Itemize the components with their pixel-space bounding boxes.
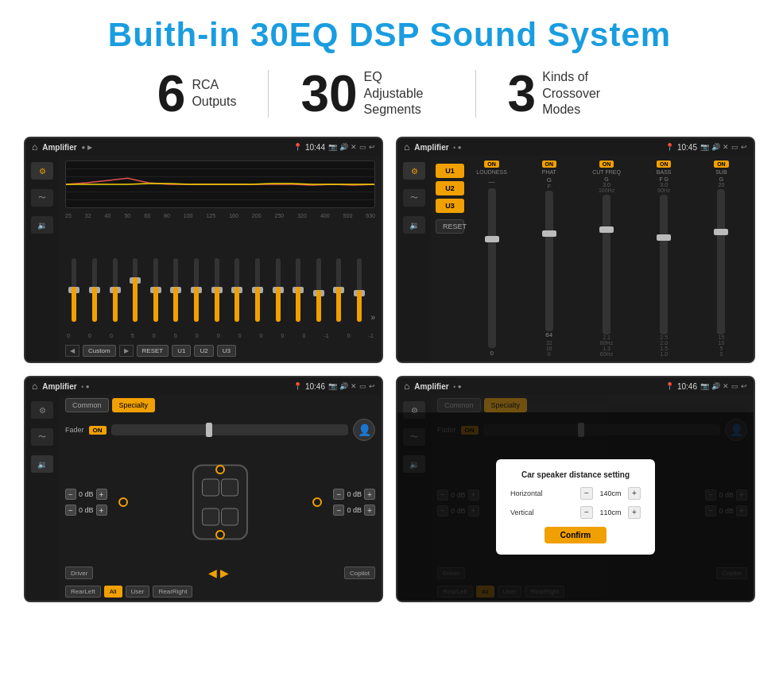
dialog-vertical-controls: − 110cm + (580, 506, 641, 519)
sub-slider[interactable] (717, 189, 725, 335)
screen-dialog-topbar: ⌂ Amplifier ▪ ● 📍 10:46 📷 🔊 ✕ ▭ ↩ (397, 377, 754, 395)
u3-button[interactable]: U3 (436, 199, 464, 213)
loudness-on[interactable]: ON (484, 160, 499, 168)
eq-play-btn[interactable]: ▶ (119, 345, 134, 357)
bass-on[interactable]: ON (657, 160, 672, 168)
dialog-vertical-minus[interactable]: − (580, 506, 593, 519)
eq-sidebar-speaker[interactable]: 🔉 (31, 216, 53, 234)
fader-slider[interactable] (111, 424, 348, 435)
eq-back-btn[interactable]: ◀ (65, 345, 79, 357)
loudness-slider[interactable] (488, 188, 496, 348)
main-title: Buith-in 30EQ DSP Sound System (24, 16, 755, 54)
eq-sidebar-wave[interactable]: 〜 (31, 189, 53, 207)
dialog-horizontal-plus[interactable]: + (628, 487, 641, 500)
crossover-sidebar-tune[interactable]: ⚙ (403, 162, 425, 180)
all-btn[interactable]: All (104, 586, 122, 598)
cutfreq-label: CUT FREQ (592, 169, 621, 175)
db-plus-fr[interactable]: + (364, 489, 375, 500)
rearright-btn[interactable]: RearRight (153, 586, 192, 598)
cutfreq-slider[interactable] (603, 195, 610, 335)
dialog-row-horizontal: Horizontal − 140cm + (510, 487, 641, 500)
eq-slider-1 (65, 258, 83, 322)
db-value-rl: 0 dB (79, 506, 94, 514)
phat-slider-g[interactable] (545, 191, 553, 331)
screen-eq-topbar: ⌂ Amplifier ● ▶ 📍 10:44 📷 🔊 ✕ ▭ ↩ (25, 138, 382, 156)
location-icon-2: 📍 (665, 143, 674, 151)
cutfreq-on[interactable]: ON (599, 160, 614, 168)
volume-icon: 🔊 (339, 143, 348, 151)
camera-icon-2: 📷 (700, 143, 709, 151)
db-plus-rl[interactable]: + (96, 505, 107, 516)
db-minus-fl[interactable]: − (65, 489, 76, 500)
phat-on[interactable]: ON (542, 160, 557, 168)
screen-crossover-content: ⚙ 〜 🔉 U1 U2 U3 RESET ON LO (397, 156, 754, 362)
tab-common[interactable]: Common (65, 398, 109, 412)
db-minus-rl[interactable]: − (65, 505, 76, 516)
rearleft-btn[interactable]: RearLeft (65, 586, 101, 598)
car-diagram (112, 458, 329, 546)
fader-on-toggle[interactable]: ON (89, 426, 107, 435)
bass-label: BASS (657, 169, 672, 175)
eq-u3-btn[interactable]: U3 (217, 345, 236, 357)
eq-slider-9 (228, 258, 246, 322)
eq-u2-btn[interactable]: U2 (194, 345, 213, 357)
stat-eq-label: EQ AdjustableSegments (364, 69, 444, 118)
sub-label: SUB (715, 169, 727, 175)
eq-slider-4 (126, 258, 145, 322)
screen-crossover-topbar: ⌂ Amplifier ▪ ● 📍 10:45 📷 🔊 ✕ ▭ ↩ (397, 138, 754, 156)
bottom-labels-row2: RearLeft All User RearRight (65, 586, 375, 598)
fader-sidebar-tune[interactable]: ⚙ (31, 401, 53, 419)
dialog-horizontal-controls: − 140cm + (580, 487, 641, 500)
sub-on[interactable]: ON (714, 160, 729, 168)
screen-eq: ⌂ Amplifier ● ▶ 📍 10:44 📷 🔊 ✕ ▭ ↩ (24, 137, 383, 363)
speaker-bottom (215, 530, 225, 540)
stat-rca-number: 6 (157, 68, 186, 119)
fader-label: Fader (65, 426, 84, 434)
speaker-left (118, 497, 128, 507)
x-icon-4: ✕ (723, 382, 729, 390)
speaker-left-controls: − 0 dB + − 0 dB + (65, 489, 107, 516)
driver-btn[interactable]: Driver (65, 567, 93, 579)
fader-sidebar-speaker[interactable]: 🔉 (31, 455, 53, 473)
forward-icon[interactable]: » (370, 313, 375, 322)
eq-u1-btn[interactable]: U1 (172, 345, 191, 357)
bass-slider[interactable] (660, 195, 668, 335)
crossover-sidebar-wave[interactable]: 〜 (403, 189, 425, 207)
fader-sidebar-wave[interactable]: 〜 (31, 428, 53, 446)
eq-slider-14 (330, 258, 348, 322)
person-icon: 👤 (353, 419, 375, 441)
stat-crossover-number: 3 (508, 68, 537, 119)
confirm-button[interactable]: Confirm (545, 527, 607, 543)
db-minus-fr[interactable]: − (333, 489, 344, 500)
x-icon-2: ✕ (723, 143, 729, 151)
channel-cutfreq: ON CUT FREQ G 3.0 100Hz 2.1 80Hz 1.3 60H… (579, 160, 634, 357)
u2-button[interactable]: U2 (436, 181, 464, 195)
user-btn[interactable]: User (126, 586, 150, 598)
crossover-reset-btn[interactable]: RESET (436, 219, 464, 234)
rect-icon-4: ▭ (731, 382, 738, 390)
screens-grid: ⌂ Amplifier ● ▶ 📍 10:44 📷 🔊 ✕ ▭ ↩ (24, 137, 755, 602)
screen-eq-app-name: Amplifier (42, 143, 76, 152)
screen-dialog-app-name: Amplifier (414, 382, 448, 391)
fader-tabs-row: Common Specialty (65, 398, 375, 412)
crossover-main: U1 U2 U3 RESET ON LOUDNESS — (431, 156, 754, 362)
db-plus-fl[interactable]: + (96, 489, 107, 500)
eq-reset-btn[interactable]: RESET (137, 345, 169, 357)
u1-button[interactable]: U1 (436, 164, 464, 178)
screen-crossover-topbar-left: ⌂ Amplifier ▪ ● (404, 141, 461, 153)
eq-slider-7 (188, 258, 206, 322)
eq-slider-5 (147, 258, 165, 322)
copilot-btn[interactable]: Copilot (344, 567, 375, 579)
eq-slider-13 (310, 258, 328, 322)
eq-custom-btn[interactable]: Custom (83, 345, 116, 357)
tab-specialty[interactable]: Specialty (112, 398, 156, 412)
eq-slider-15 (351, 258, 369, 322)
crossover-sidebar-speaker[interactable]: 🔉 (403, 216, 425, 234)
dialog-horizontal-minus[interactable]: − (580, 487, 593, 500)
db-minus-rr[interactable]: − (333, 505, 344, 516)
eq-sidebar-tune[interactable]: ⚙ (31, 162, 53, 180)
dialog-horizontal-value: 140cm (596, 489, 625, 497)
channel-bass: ON BASS F G 3.0 90Hz 2.5 2.0 1.5 1.0 (637, 160, 692, 357)
dialog-vertical-plus[interactable]: + (628, 506, 641, 519)
db-plus-rr[interactable]: + (364, 505, 375, 516)
